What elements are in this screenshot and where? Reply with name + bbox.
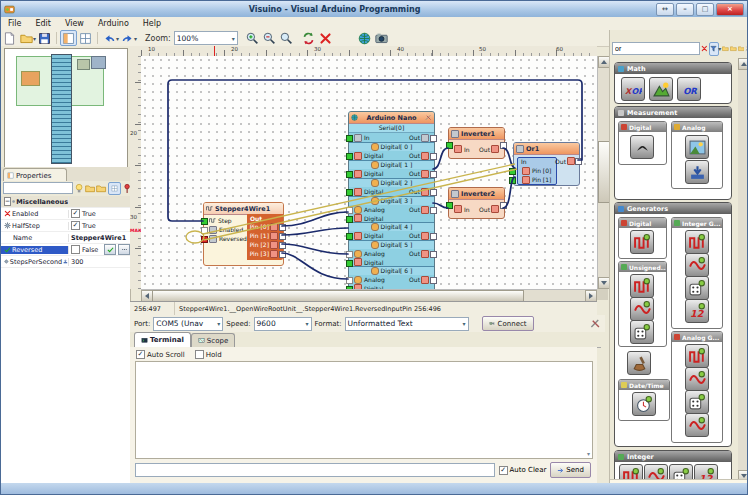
digital3-in-pin[interactable] [346, 216, 353, 223]
or-component-button[interactable]: OR [677, 77, 701, 101]
or1-in-pin-1[interactable] [509, 177, 516, 184]
menu-arduino[interactable]: Arduino [91, 18, 136, 29]
connect-button[interactable]: Connect [482, 316, 534, 331]
title-bar[interactable]: Visuino - Visual Arduino Programming [1, 1, 747, 17]
menu-help[interactable]: Help [136, 18, 168, 29]
disconnect-tools-icon[interactable] [590, 318, 601, 329]
serial-in-pin[interactable] [346, 135, 353, 142]
terminal-output[interactable]: ▾ [135, 361, 593, 459]
folder-open-icon[interactable] [96, 183, 106, 194]
resize-icon[interactable] [656, 3, 674, 16]
minimize-button[interactable] [676, 3, 694, 16]
stepper-out-pin-1[interactable] [279, 233, 286, 240]
palette-search-input[interactable] [612, 42, 700, 55]
inverter2-out-pin[interactable] [500, 202, 507, 209]
tab-terminal[interactable]: Terminal [134, 332, 191, 347]
random-generator-button[interactable] [685, 276, 709, 300]
digital5-in-pin[interactable] [346, 260, 353, 267]
inverter1-out-pin[interactable] [500, 142, 507, 149]
hold-checkbox[interactable] [195, 350, 204, 359]
folder-new-icon[interactable] [85, 183, 95, 194]
reversed-input-pin[interactable] [201, 236, 208, 243]
folder-open-icon[interactable] [730, 43, 737, 54]
number-generator-button[interactable]: 12 [685, 299, 709, 323]
digital3-out-pin[interactable] [430, 207, 437, 214]
sine-wave-button[interactable] [685, 253, 709, 277]
step-input-pin[interactable] [201, 218, 208, 225]
component-inverter1[interactable]: Inverter1 InOut [448, 127, 505, 159]
canvas-vertical-scrollbar[interactable] [597, 56, 609, 289]
inverter2-title-bar[interactable]: Inverter2 [449, 188, 504, 200]
port-select[interactable]: COM5 (Unav [153, 317, 223, 331]
clear-icon[interactable] [701, 43, 708, 54]
zoom-reset-button[interactable] [278, 30, 295, 46]
properties-search-input[interactable] [3, 182, 73, 194]
serial-out-pin[interactable] [430, 135, 437, 142]
terminal-send-input[interactable] [135, 463, 495, 477]
close-button[interactable] [716, 3, 744, 16]
integer-header[interactable]: Integer [615, 451, 731, 462]
folder-new-icon[interactable] [722, 43, 729, 54]
component-stepper4wire1[interactable]: Stepper4Wire1 Step Enabled Reversed Out … [203, 202, 284, 266]
palette-scroll-area[interactable]: Math XOR OR Measurement Digital Analog [610, 58, 736, 482]
snapshot-button[interactable] [373, 30, 390, 46]
reversed-checkbox[interactable] [71, 245, 80, 254]
digital4-out-pin[interactable] [430, 233, 437, 240]
digital5-out-pin[interactable] [430, 251, 437, 258]
grid-toggle-button[interactable] [77, 30, 94, 46]
enabled-input-pin[interactable] [201, 227, 208, 234]
stepper-out-pin-3[interactable] [279, 251, 286, 258]
property-row-halfstep[interactable]: HalfStep True [1, 220, 130, 232]
delete-button[interactable] [317, 30, 334, 46]
chevron-down-icon[interactable]: ▾ [587, 450, 590, 457]
digital6-analog-pin[interactable] [346, 277, 353, 284]
stepper-out-pin-0[interactable] [279, 224, 286, 231]
reversed-more-button[interactable] [118, 244, 130, 255]
save-button[interactable] [36, 30, 53, 46]
digital5-analog-pin[interactable] [346, 251, 353, 258]
digital0-out-pin[interactable] [430, 153, 437, 160]
digital3-analog-pin[interactable] [346, 207, 353, 214]
digital0-in-pin[interactable] [346, 153, 353, 160]
digital6-out-pin[interactable] [430, 277, 437, 284]
sine-wave-button[interactable] [685, 413, 709, 437]
property-row-reversed[interactable]: Reversed False [1, 244, 130, 256]
redo-dropdown[interactable]: ▾ [134, 35, 137, 42]
scroll-up-button[interactable] [738, 58, 748, 70]
analog-drop-button[interactable] [685, 160, 709, 184]
digital2-out-pin[interactable] [430, 189, 437, 196]
zoom-in-button[interactable] [244, 30, 261, 46]
box-filter-button[interactable] [108, 182, 121, 195]
digital2-in-pin[interactable] [346, 189, 353, 196]
sync-button[interactable] [300, 30, 317, 46]
new-document-button[interactable] [1, 30, 18, 46]
hold-option[interactable]: Hold [195, 350, 222, 359]
menu-view[interactable]: View [58, 18, 91, 29]
photo-measure-button[interactable] [685, 135, 709, 159]
lamp-icon[interactable] [74, 183, 84, 194]
palette-scrollbar[interactable] [738, 58, 748, 482]
or1-title-bar[interactable]: Or1 [514, 143, 579, 155]
tab-scope[interactable]: Scope [191, 333, 235, 347]
or1-in-pin-0[interactable] [509, 168, 516, 175]
folder-open-icon[interactable] [738, 43, 745, 54]
measurement-header[interactable]: Measurement [615, 107, 731, 118]
tools-icon[interactable] [425, 114, 432, 121]
square-wave-button[interactable] [630, 230, 654, 254]
format-select[interactable]: Unformatted Text [345, 317, 469, 331]
clock-generator-button[interactable] [632, 392, 656, 416]
auto-scroll-checkbox[interactable] [136, 350, 145, 359]
component-or1[interactable]: Or1 In Pin [0] Pin [1] Out [513, 142, 580, 186]
web-button[interactable] [356, 30, 373, 46]
digital4-in-pin[interactable] [346, 233, 353, 240]
digital1-in-pin[interactable] [346, 171, 353, 178]
mortar-button[interactable] [627, 351, 651, 375]
sine-wave-button[interactable] [685, 367, 709, 391]
panel-toggle-button[interactable] [60, 30, 77, 46]
send-button[interactable]: Send [550, 462, 591, 478]
collapse-icon[interactable] [4, 197, 11, 206]
xor-component-button[interactable]: XOR [621, 77, 645, 101]
square-wave-button[interactable] [685, 230, 709, 254]
auto-clear-option[interactable]: Auto Clear [499, 466, 547, 475]
design-canvas[interactable]: Stepper4Wire1 Step Enabled Reversed Out … [141, 56, 597, 289]
